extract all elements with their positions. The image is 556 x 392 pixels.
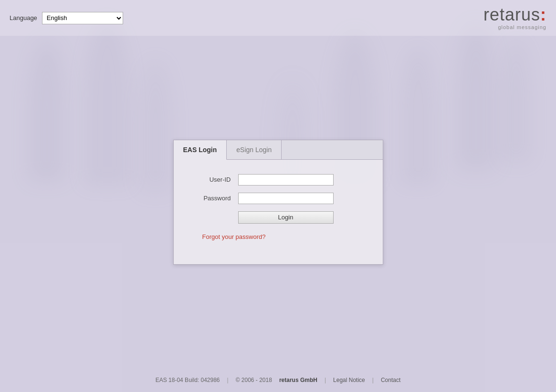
header: Language English Deutsch Français Españo… — [0, 0, 556, 36]
footer-contact[interactable]: Contact — [381, 377, 400, 383]
tab-esign-login[interactable]: eSign Login — [227, 140, 282, 159]
login-tabs: EAS Login eSign Login — [174, 140, 383, 160]
password-label: Password — [188, 195, 231, 202]
logo-text: retarus: — [483, 6, 546, 23]
footer-copyright: © 2006 - 2018 — [236, 377, 272, 383]
language-select[interactable]: English Deutsch Français Español — [42, 12, 123, 24]
password-row: Password — [188, 193, 368, 204]
userid-input[interactable] — [238, 174, 334, 186]
password-input[interactable] — [238, 193, 334, 204]
login-button[interactable]: Login — [238, 211, 334, 224]
footer: EAS 18-04 Build: 042986 | © 2006 - 2018 … — [0, 368, 556, 392]
footer-build-info: EAS 18-04 Build: 042986 — [156, 377, 220, 383]
logo-tagline: global messaging — [498, 24, 546, 30]
logo-dots: : — [540, 5, 546, 24]
logo-name: retarus — [483, 5, 540, 24]
language-section: Language English Deutsch Français Españo… — [10, 12, 123, 24]
language-label: Language — [10, 14, 37, 21]
tab-eas-login[interactable]: EAS Login — [174, 140, 227, 160]
footer-sep1: | — [227, 377, 229, 383]
footer-sep2: | — [325, 377, 326, 383]
userid-label: User-ID — [188, 176, 231, 183]
footer-legal-notice[interactable]: Legal Notice — [333, 377, 365, 383]
button-row: Login — [238, 211, 368, 224]
login-form: User-ID Password Login Forgot your passw… — [174, 160, 383, 264]
footer-sep3: | — [372, 377, 374, 383]
login-box: EAS Login eSign Login User-ID Password L… — [173, 140, 383, 265]
logo: retarus: global messaging — [483, 6, 546, 30]
forgot-password-link[interactable]: Forgot your password? — [202, 233, 266, 240]
main-content: EAS Login eSign Login User-ID Password L… — [0, 36, 556, 368]
forgot-password-row: Forgot your password? — [188, 233, 368, 240]
footer-company: retarus GmbH — [279, 377, 317, 383]
userid-row: User-ID — [188, 174, 368, 186]
